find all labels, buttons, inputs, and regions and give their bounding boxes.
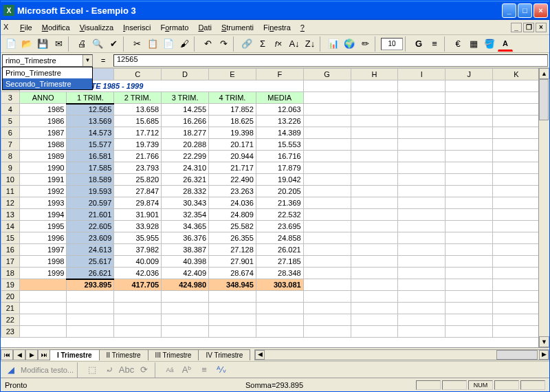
cell-t4[interactable]: 24.036 xyxy=(209,197,256,209)
rotate-icon[interactable]: ⤾ xyxy=(102,362,117,378)
mdi-restore-button[interactable]: ❐ xyxy=(523,23,534,32)
hscroll-thumb[interactable] xyxy=(496,350,538,360)
sheet-tab-4[interactable]: IV Trimestre xyxy=(198,349,250,360)
col-header-I[interactable]: I xyxy=(398,69,446,80)
scroll-left-icon[interactable]: ◀ xyxy=(255,350,265,360)
cell-t4[interactable]: 23.263 xyxy=(209,186,256,197)
row-header[interactable]: 20 xyxy=(1,291,20,303)
cell-anno[interactable]: 1988 xyxy=(19,139,67,151)
row-header[interactable]: 22 xyxy=(1,314,20,326)
horizontal-scrollbar[interactable]: ◀ ▶ xyxy=(254,349,549,360)
menu-modifica[interactable]: Modifica xyxy=(38,22,74,33)
tab-nav-prev-icon[interactable]: ◀ xyxy=(13,349,25,360)
cell-t3[interactable]: 32.354 xyxy=(162,209,209,221)
cell-t3[interactable]: 34.365 xyxy=(162,221,209,232)
scroll-right-icon[interactable]: ▶ xyxy=(539,350,549,360)
name-box[interactable]: rimo_Trimestre ▼ xyxy=(2,54,93,67)
tab-nav-next-icon[interactable]: ▶ xyxy=(25,349,38,360)
cell-t4[interactable]: 21.717 xyxy=(209,162,256,174)
cell-t2[interactable]: 37.982 xyxy=(114,244,162,256)
cell-t1[interactable]: 15.577 xyxy=(67,139,114,151)
cell-media[interactable]: 20.205 xyxy=(256,186,303,197)
cell-media[interactable]: 27.185 xyxy=(256,256,303,268)
vertical-scrollbar[interactable]: ▲ ▼ xyxy=(538,68,549,347)
cell-t1[interactable]: 22.605 xyxy=(67,221,114,232)
cell-t4[interactable]: 26.355 xyxy=(209,232,256,244)
minimize-button[interactable]: _ xyxy=(502,3,516,18)
menu-finestra[interactable]: Finestra xyxy=(259,22,295,33)
cell-t4[interactable]: 18.625 xyxy=(209,116,256,127)
row-header[interactable]: 8 xyxy=(1,151,20,162)
open-icon[interactable]: 📂 xyxy=(19,36,34,52)
row-header[interactable]: 5 xyxy=(1,116,20,127)
sheet-tab-3[interactable]: III Trimestre xyxy=(148,349,199,360)
cell-t1[interactable]: 14.573 xyxy=(67,127,114,139)
cell-t2[interactable]: 31.901 xyxy=(114,209,162,221)
cell-media[interactable]: 17.879 xyxy=(256,162,303,174)
row-header[interactable]: 16 xyxy=(1,244,20,256)
cell-t2[interactable]: 15.685 xyxy=(114,116,162,127)
mdi-close-button[interactable]: × xyxy=(536,23,547,32)
cell-t2[interactable]: 42.036 xyxy=(114,268,162,279)
cell-media[interactable]: 22.532 xyxy=(256,209,303,221)
bold-icon[interactable]: G xyxy=(411,36,426,52)
dropdown-item-secondo[interactable]: Secondo_Trimestre xyxy=(3,78,92,89)
font-big-icon[interactable]: Aᵇ xyxy=(179,362,195,378)
cell-media[interactable]: 19.042 xyxy=(256,174,303,186)
cell-anno[interactable]: 1998 xyxy=(19,256,67,268)
format-painter-icon[interactable]: 🖌 xyxy=(177,36,192,52)
align-icon[interactable]: ≡ xyxy=(427,36,442,52)
cell-media[interactable]: 28.348 xyxy=(256,268,303,279)
redo-icon[interactable]: ↷ xyxy=(216,36,231,52)
cell-anno[interactable]: 1987 xyxy=(19,127,67,139)
cell-t2[interactable]: 17.712 xyxy=(114,127,162,139)
abc-icon[interactable]: Abc xyxy=(119,362,134,378)
cell-anno[interactable]: 1997 xyxy=(19,244,67,256)
cell-t2[interactable]: 40.009 xyxy=(114,256,162,268)
group-icon[interactable]: ⬚ xyxy=(85,362,100,378)
font-size-input[interactable] xyxy=(381,38,403,50)
close-button[interactable]: × xyxy=(534,3,548,18)
cell-anno[interactable]: 1991 xyxy=(19,174,67,186)
draw-menu-icon[interactable]: ◢ xyxy=(3,362,19,378)
cell-media[interactable]: 23.695 xyxy=(256,221,303,232)
currency-icon[interactable]: € xyxy=(450,36,465,52)
cell-t3[interactable]: 20.288 xyxy=(162,139,209,151)
font-small-icon[interactable]: Aá xyxy=(162,362,177,378)
cell-anno[interactable]: 1994 xyxy=(19,209,67,221)
total-media[interactable]: 303.081 xyxy=(256,279,303,291)
header-t4[interactable]: 4 TRIM. xyxy=(209,92,256,104)
print-icon[interactable]: 🖨 xyxy=(74,36,89,52)
row-header[interactable]: 21 xyxy=(1,303,20,314)
cell-t1[interactable]: 18.589 xyxy=(67,174,114,186)
cell-anno[interactable]: 1986 xyxy=(19,116,67,127)
header-t3[interactable]: 3 TRIM. xyxy=(162,92,209,104)
sheet-tab-2[interactable]: II Trimestre xyxy=(99,349,148,360)
cut-icon[interactable]: ✂ xyxy=(129,36,144,52)
sheet-tab-1[interactable]: I Trimestre xyxy=(50,349,100,360)
cell-media[interactable]: 26.021 xyxy=(256,244,303,256)
cell-media[interactable]: 13.226 xyxy=(256,116,303,127)
row-header[interactable]: 18 xyxy=(1,268,20,279)
cell-anno[interactable]: 1990 xyxy=(19,162,67,174)
cell-t2[interactable]: 27.847 xyxy=(114,186,162,197)
row-header[interactable]: 7 xyxy=(1,139,20,151)
cell-anno[interactable]: 1996 xyxy=(19,232,67,244)
cell-anno[interactable]: 1989 xyxy=(19,151,67,162)
cell-t1[interactable]: 26.621 xyxy=(67,268,114,279)
cell-t3[interactable]: 28.332 xyxy=(162,186,209,197)
cell-t3[interactable]: 36.376 xyxy=(162,232,209,244)
col-header-F[interactable]: F xyxy=(256,69,303,80)
col-header-H[interactable]: H xyxy=(351,69,398,80)
cell-t4[interactable]: 20.944 xyxy=(209,151,256,162)
cell-t4[interactable]: 27.128 xyxy=(209,244,256,256)
menu-strumenti[interactable]: Strumenti xyxy=(217,22,258,33)
menu-help[interactable]: ? xyxy=(296,22,309,33)
cell-t3[interactable]: 22.299 xyxy=(162,151,209,162)
map-icon[interactable]: 🌍 xyxy=(342,36,357,52)
save-icon[interactable]: 💾 xyxy=(35,36,50,52)
wordart-icon[interactable]: ᴬ⁄ᵥ xyxy=(214,362,229,378)
align-draw-icon[interactable]: ≡ xyxy=(197,362,212,378)
cell-t2[interactable]: 21.766 xyxy=(114,151,162,162)
cell-t1[interactable]: 19.593 xyxy=(67,186,114,197)
